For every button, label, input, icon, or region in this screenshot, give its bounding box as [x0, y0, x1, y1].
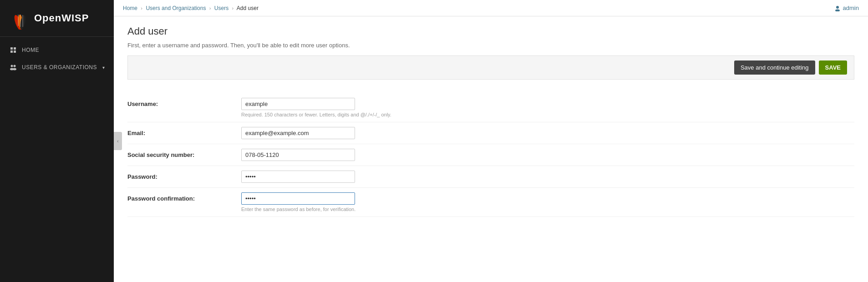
topbar: Home › Users and Organizations › Users ›…	[114, 0, 868, 16]
save-continue-button[interactable]: Save and continue editing	[734, 60, 815, 75]
username-label: Username:	[127, 98, 241, 107]
sidebar-item-users-label: USERS & ORGANIZATIONS	[22, 64, 97, 70]
username-input[interactable]	[241, 98, 355, 110]
user-menu[interactable]: admin	[834, 5, 859, 11]
ssn-field	[241, 149, 854, 161]
username-help: Required. 150 characters or fewer. Lette…	[241, 112, 854, 117]
logo-text: OpenWISP	[34, 12, 89, 24]
sidebar: OpenWISP HOME	[0, 0, 114, 282]
password-field	[241, 171, 854, 183]
password-confirmation-help: Enter the same password as before, for v…	[241, 206, 854, 212]
breadcrumb-sep-3: ›	[232, 5, 234, 11]
sidebar-item-home[interactable]: HOME	[0, 41, 114, 59]
sidebar-item-home-label: HOME	[22, 47, 39, 53]
ssn-label: Social security number:	[127, 149, 241, 158]
svg-point-10	[11, 65, 13, 67]
breadcrumb-sep-2: ›	[209, 5, 211, 11]
email-input[interactable]	[241, 127, 355, 139]
email-field-container	[241, 127, 854, 139]
svg-rect-6	[10, 47, 13, 50]
svg-point-14	[836, 6, 839, 9]
logo-icon	[9, 7, 32, 30]
password-label: Password:	[127, 171, 241, 180]
password-input[interactable]	[241, 171, 355, 183]
user-icon	[834, 5, 841, 11]
chevron-down-icon: ▾	[102, 65, 105, 70]
svg-rect-7	[14, 47, 16, 50]
add-user-form: Username: Required. 150 characters or fe…	[127, 89, 854, 222]
email-row: Email:	[127, 122, 854, 144]
username-row: Username: Required. 150 characters or fe…	[127, 93, 854, 122]
page-title: Add user	[127, 25, 854, 37]
user-label: admin	[843, 5, 859, 11]
home-icon	[9, 46, 17, 54]
form-toolbar: Save and continue editing SAVE	[127, 55, 854, 80]
password-confirmation-field: Enter the same password as before, for v…	[241, 192, 854, 212]
ssn-row: Social security number:	[127, 144, 854, 166]
svg-point-13	[13, 68, 16, 70]
content-area: Add user First, enter a username and pas…	[114, 16, 868, 282]
svg-point-15	[835, 9, 840, 11]
breadcrumb-current: Add user	[237, 5, 259, 11]
logo-area: OpenWISP	[0, 0, 114, 37]
username-field: Required. 150 characters or fewer. Lette…	[241, 98, 854, 117]
password-row: Password:	[127, 166, 854, 188]
sidebar-collapse-toggle[interactable]: ‹	[114, 132, 122, 150]
svg-rect-9	[14, 50, 16, 53]
sidebar-item-users-orgs[interactable]: USERS & ORGANIZATIONS ▾	[0, 59, 114, 76]
password-confirmation-label: Password confirmation:	[127, 192, 241, 202]
breadcrumb-sep-1: ›	[141, 5, 142, 11]
breadcrumb-users-orgs[interactable]: Users and Organizations	[146, 5, 206, 11]
password-confirmation-row: Password confirmation: Enter the same pa…	[127, 188, 854, 217]
password-confirmation-input[interactable]	[241, 192, 355, 205]
ssn-input[interactable]	[241, 149, 355, 161]
svg-rect-8	[10, 50, 13, 53]
email-label: Email:	[127, 127, 241, 136]
breadcrumb: Home › Users and Organizations › Users ›…	[123, 5, 259, 11]
sidebar-navigation: HOME USERS & ORGANIZATIONS ▾	[0, 37, 114, 81]
save-button[interactable]: SAVE	[819, 60, 847, 75]
page-subtitle: First, enter a username and password. Th…	[127, 42, 854, 49]
breadcrumb-home[interactable]: Home	[123, 5, 137, 11]
main-content: Home › Users and Organizations › Users ›…	[114, 0, 868, 282]
users-icon	[9, 63, 17, 71]
svg-point-11	[14, 65, 16, 67]
breadcrumb-users[interactable]: Users	[214, 5, 228, 11]
